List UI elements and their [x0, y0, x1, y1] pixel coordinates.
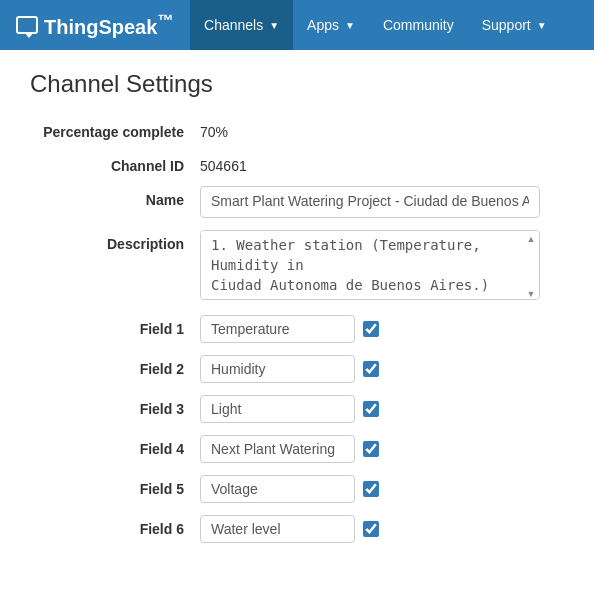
scrollbar: ▲ ▼	[524, 232, 538, 301]
field-rows-container: Field 1Field 2Field 3Field 4Field 5Field…	[30, 315, 564, 543]
field-label-4: Field 4	[30, 441, 200, 457]
field-input-wrapper-4	[200, 435, 379, 463]
channel-id-value: 504661	[200, 152, 247, 174]
page-title: Channel Settings	[30, 70, 564, 98]
brand-name: ThingSpeak™	[44, 11, 174, 39]
nav-item-channels[interactable]: Channels ▼	[190, 0, 293, 50]
field-text-input-1[interactable]	[200, 315, 355, 343]
channels-caret: ▼	[269, 20, 279, 31]
nav-item-community[interactable]: Community	[369, 0, 468, 50]
field-text-input-6[interactable]	[200, 515, 355, 543]
field-checkbox-2[interactable]	[363, 361, 379, 377]
nav-menu: Channels ▼ Apps ▼ Community Support ▼	[190, 0, 561, 50]
name-input[interactable]	[200, 186, 540, 218]
nav-label-apps: Apps	[307, 17, 339, 33]
field-label-5: Field 5	[30, 481, 200, 497]
field-text-input-3[interactable]	[200, 395, 355, 423]
field-input-wrapper-2	[200, 355, 379, 383]
field-label-6: Field 6	[30, 521, 200, 537]
field-row-3: Field 3	[30, 395, 564, 423]
field-input-wrapper-1	[200, 315, 379, 343]
field-label-1: Field 1	[30, 321, 200, 337]
field-text-input-2[interactable]	[200, 355, 355, 383]
description-row: Description 1. Weather station (Temperat…	[30, 230, 564, 303]
field-checkbox-4[interactable]	[363, 441, 379, 457]
scroll-down-icon[interactable]: ▼	[527, 289, 536, 299]
field-label-2: Field 2	[30, 361, 200, 377]
field-text-input-5[interactable]	[200, 475, 355, 503]
field-row-5: Field 5	[30, 475, 564, 503]
field-input-wrapper-6	[200, 515, 379, 543]
channel-id-row: Channel ID 504661	[30, 152, 564, 174]
field-checkbox-1[interactable]	[363, 321, 379, 337]
field-checkbox-6[interactable]	[363, 521, 379, 537]
field-row-2: Field 2	[30, 355, 564, 383]
page-content: Channel Settings Percentage complete 70%…	[0, 50, 594, 575]
brand-logo[interactable]: ThingSpeak™	[0, 0, 190, 50]
percentage-label: Percentage complete	[30, 118, 200, 140]
nav-label-support: Support	[482, 17, 531, 33]
nav-item-apps[interactable]: Apps ▼	[293, 0, 369, 50]
description-wrapper: 1. Weather station (Temperature, Humidit…	[200, 230, 540, 303]
nav-label-community: Community	[383, 17, 454, 33]
field-text-input-4[interactable]	[200, 435, 355, 463]
brand-icon	[16, 16, 38, 34]
channel-id-label: Channel ID	[30, 152, 200, 174]
field-row-6: Field 6	[30, 515, 564, 543]
scroll-up-icon[interactable]: ▲	[527, 234, 536, 244]
field-label-3: Field 3	[30, 401, 200, 417]
field-row-4: Field 4	[30, 435, 564, 463]
field-row-1: Field 1	[30, 315, 564, 343]
name-label: Name	[30, 186, 200, 208]
field-checkbox-3[interactable]	[363, 401, 379, 417]
support-caret: ▼	[537, 20, 547, 31]
description-textarea[interactable]: 1. Weather station (Temperature, Humidit…	[200, 230, 540, 300]
nav-label-channels: Channels	[204, 17, 263, 33]
apps-caret: ▼	[345, 20, 355, 31]
navbar: ThingSpeak™ Channels ▼ Apps ▼ Community …	[0, 0, 594, 50]
name-row: Name	[30, 186, 564, 218]
field-input-wrapper-3	[200, 395, 379, 423]
percentage-value: 70%	[200, 118, 228, 140]
percentage-complete-row: Percentage complete 70%	[30, 118, 564, 140]
field-input-wrapper-5	[200, 475, 379, 503]
description-label: Description	[30, 230, 200, 252]
nav-item-support[interactable]: Support ▼	[468, 0, 561, 50]
field-checkbox-5[interactable]	[363, 481, 379, 497]
brand-tm: ™	[157, 11, 174, 30]
